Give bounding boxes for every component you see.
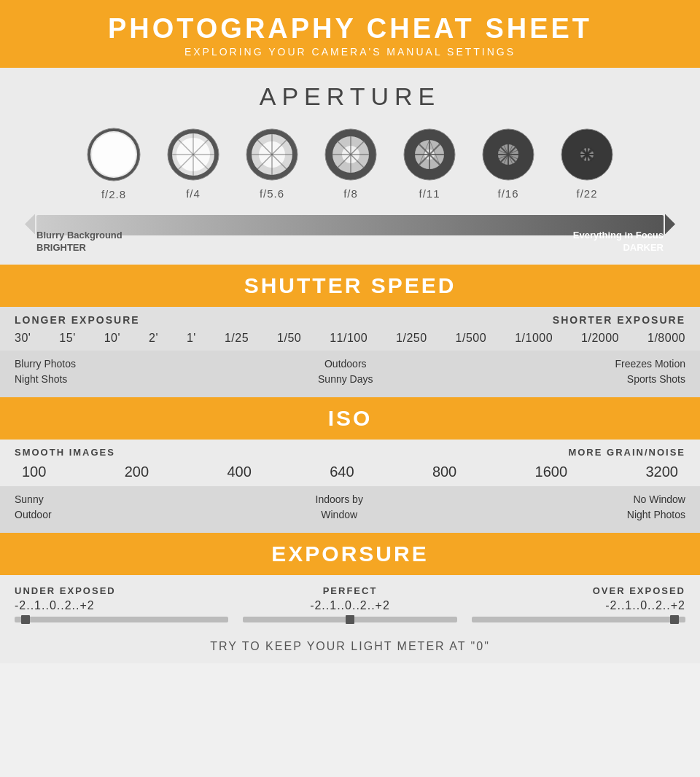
shutter-header: LONGER EXPOSURE SHORTER EXPOSURE: [0, 307, 700, 329]
exposure-banner: EXPORSURE: [0, 533, 700, 575]
under-exposed-marker: [21, 615, 30, 624]
shutter-speeds-row: 30' 15' 10' 2' 1' 1/25 1/50 11/100 1/250…: [0, 329, 700, 351]
under-exposed-bar: [15, 617, 228, 622]
aperture-gradient-bar: Blurry Background BRIGHTER Everything in…: [7, 208, 693, 257]
page-subtitle: EXPLORING YOUR CAMERA'S MANUAL SETTINGS: [7, 46, 693, 58]
iso-section: SMOOTH IMAGES MORE GRAIN/NOISE 100 200 4…: [0, 440, 700, 533]
aperture-circle-f4: [165, 126, 222, 183]
svg-marker-56: [665, 214, 675, 234]
aperture-circle-f22: [559, 126, 615, 183]
under-exposed-label: UNDER EXPOSED: [15, 585, 228, 596]
shutter-desc-left: Blurry Photos Night Shots: [15, 356, 76, 387]
iso-val-3: 640: [330, 464, 354, 480]
aperture-label-f2.8: f/2.8: [101, 188, 126, 200]
shutter-speed-banner: SHUTTER SPEED: [0, 265, 700, 307]
aperture-item-f8: f/8: [322, 126, 379, 200]
shutter-val-3: 2': [149, 332, 158, 345]
aperture-section: APERTURE f/2.8 f/4: [0, 68, 700, 265]
svg-point-2: [92, 133, 136, 176]
aperture-title: APERTURE: [7, 82, 693, 111]
svg-marker-55: [25, 214, 35, 234]
page-title: PHOTOGRAPHY CHEAT SHEET: [7, 13, 693, 44]
header: PHOTOGRAPHY CHEAT SHEET EXPLORING YOUR C…: [0, 0, 700, 68]
shutter-val-4: 1': [187, 332, 196, 345]
under-exposed-meter: UNDER EXPOSED -2..1..0..2..+2: [15, 585, 236, 624]
iso-desc-right: No Window Night Photos: [627, 492, 685, 523]
perfect-meter: PERFECT -2..1..0..2..+2: [236, 585, 464, 624]
over-exposed-scale: -2..1..0..2..+2: [472, 599, 685, 612]
aperture-item-f5.6: f/5.6: [244, 126, 300, 200]
bar-left-label-line2: BRIGHTER: [36, 242, 86, 253]
over-exposed-label: OVER EXPOSED: [472, 585, 685, 596]
shutter-val-6: 1/50: [277, 332, 301, 345]
iso-banner: ISO: [0, 397, 700, 440]
shutter-val-9: 1/500: [456, 332, 487, 345]
shutter-val-12: 1/8000: [648, 332, 685, 345]
aperture-circle-f16: [480, 126, 537, 183]
perfect-bar: [243, 617, 456, 622]
shutter-val-1: 15': [59, 332, 75, 345]
shutter-val-7: 11/100: [330, 332, 368, 345]
iso-val-1: 200: [125, 464, 149, 480]
shutter-val-5: 1/25: [225, 332, 249, 345]
shutter-val-8: 1/250: [396, 332, 427, 345]
shutter-speed-section: LONGER EXPOSURE SHORTER EXPOSURE 30' 15'…: [0, 307, 700, 397]
iso-val-2: 400: [227, 464, 251, 480]
perfect-scale: -2..1..0..2..+2: [243, 599, 456, 612]
under-exposed-scale: -2..1..0..2..+2: [15, 599, 228, 612]
aperture-label-f11: f/11: [419, 187, 440, 200]
bar-right-label-line1: Everything in Focus: [573, 230, 664, 241]
shutter-desc: Blurry Photos Night Shots Outdoors Sunny…: [0, 351, 700, 397]
over-exposed-bar: [472, 617, 685, 622]
aperture-circle-f5.6: [244, 126, 300, 183]
aperture-item-f16: f/16: [480, 126, 537, 200]
aperture-label-f4: f/4: [186, 187, 201, 200]
shutter-label-right: SHORTER EXPOSURE: [553, 314, 685, 326]
shutter-val-10: 1/1000: [515, 332, 553, 345]
aperture-label-f22: f/22: [576, 187, 597, 200]
iso-header: SMOOTH IMAGES MORE GRAIN/NOISE: [0, 440, 700, 461]
aperture-item-f4: f/4: [165, 126, 222, 200]
exposure-section: UNDER EXPOSED -2..1..0..2..+2 PERFECT -2…: [0, 575, 700, 663]
shutter-val-11: 1/2000: [581, 332, 619, 345]
iso-label-right: MORE GRAIN/NOISE: [568, 447, 685, 458]
over-exposed-marker: [670, 615, 679, 624]
shutter-label-left: LONGER EXPOSURE: [15, 314, 140, 326]
shutter-desc-center: Outdoors Sunny Days: [318, 356, 373, 387]
bar-right-label-line2: DARKER: [623, 242, 664, 253]
shutter-val-0: 30': [15, 332, 31, 345]
iso-val-4: 800: [432, 464, 456, 480]
aperture-circle-f8: [322, 126, 379, 183]
perfect-label: PERFECT: [243, 585, 456, 596]
shutter-desc-right: Freezes Motion Sports Shots: [615, 356, 685, 387]
aperture-circles: f/2.8 f/4: [7, 125, 693, 200]
aperture-label-f16: f/16: [497, 187, 518, 200]
iso-desc: Sunny Outdoor Indoors by Window No Windo…: [0, 486, 700, 533]
light-meter-note: TRY TO KEEP YOUR LIGHT METER AT "0": [0, 630, 700, 663]
bar-left-label-line1: Blurry Background: [36, 230, 122, 241]
iso-desc-left: Sunny Outdoor: [15, 492, 52, 523]
aperture-item-f22: f/22: [559, 126, 615, 200]
iso-values-row: 100 200 400 640 800 1600 3200: [0, 461, 700, 486]
arrow-right-icon: [665, 214, 675, 234]
iso-label-left: SMOOTH IMAGES: [15, 447, 115, 458]
aperture-label-f8: f/8: [343, 187, 358, 200]
aperture-circle-f11: [401, 126, 458, 183]
aperture-item-f2.8: f/2.8: [85, 125, 143, 200]
over-exposed-meter: OVER EXPOSED -2..1..0..2..+2: [464, 585, 685, 624]
iso-val-0: 100: [22, 464, 46, 480]
shutter-val-2: 10': [104, 332, 120, 345]
aperture-label-f5.6: f/5.6: [260, 187, 284, 200]
aperture-item-f11: f/11: [401, 126, 458, 200]
arrow-left-icon: [25, 214, 35, 234]
iso-desc-center: Indoors by Window: [316, 492, 363, 523]
iso-val-5: 1600: [535, 464, 568, 480]
exposure-meters: UNDER EXPOSED -2..1..0..2..+2 PERFECT -2…: [0, 575, 700, 630]
perfect-marker: [346, 615, 354, 624]
aperture-circle-f2.8: [85, 125, 143, 184]
iso-val-6: 3200: [645, 464, 678, 480]
